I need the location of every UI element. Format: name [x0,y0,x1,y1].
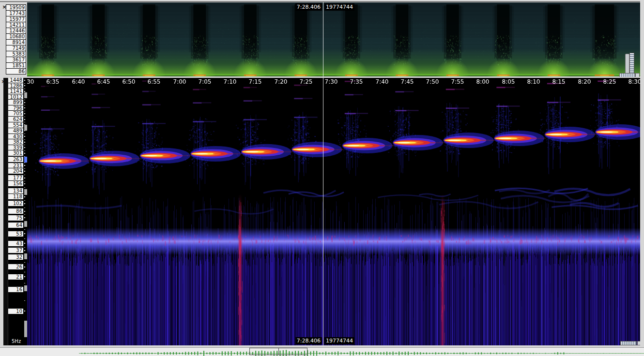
time-label: 8:00 [476,78,490,85]
freq-tick-minor [24,229,25,230]
freq-tick-minor [24,238,25,239]
frequency-scale-top[interactable]: 1950917743159771421112446106808914714953… [0,2,27,77]
zoom-reset-button[interactable] [635,73,640,77]
freq-tick [24,153,25,154]
freq-tick [24,147,25,148]
time-label: 7:45 [401,78,414,85]
freq-label: 102 [8,200,24,207]
freq-tick [24,102,25,103]
freq-label: 118 [8,193,24,200]
freq-tick [24,217,25,218]
freq-tick [24,196,25,197]
freq-tick [24,203,25,204]
time-label: 7:00 [173,78,186,85]
freq-tick [24,233,25,234]
freq-label: 53 [8,231,24,237]
freq-tick [24,113,25,114]
time-label: 6:45 [97,78,110,85]
octave-marker [24,321,27,337]
freq-tick [24,107,25,108]
time-label: 7:35 [350,78,363,85]
time-label: 7:20 [275,78,288,85]
time-label: 7:05 [199,78,212,85]
octave-marker [24,189,27,195]
freq-tick-minor [24,163,25,163]
close-pane-icon[interactable]: × [1,79,6,84]
time-label: 8:10 [527,78,540,85]
spectrogram-canvas-top[interactable] [27,2,640,76]
freq-label: 156 [8,180,24,187]
freq-tick-minor [24,300,25,301]
freq-label: 10 [8,308,24,314]
freq-tick-minor [24,168,25,169]
freq-label: 21 [8,274,24,280]
vertical-range-slider[interactable] [625,54,629,75]
close-pane-icon[interactable]: × [2,5,7,10]
time-label: 8:30 [629,78,640,85]
time-label: 7:25 [300,78,313,85]
cursor-time-readout: 7:28.406 [295,3,322,11]
freq-tick [24,136,25,137]
freq-tick-minor [24,89,25,89]
overview-panner[interactable] [0,347,644,356]
freq-tick-minor [24,262,25,263]
horizontal-zoom-wheel[interactable] [620,341,637,345]
freq-label: 64 [8,222,24,228]
panner-playback-position [278,348,279,355]
time-label: 7:55 [451,78,464,85]
freq-tick-minor [24,100,25,100]
freq-tick-minor [24,139,25,140]
time-label: 7:30 [325,78,338,85]
freq-tick-minor [24,283,25,283]
freq-label: 263 [8,156,24,163]
freq-label: 26 [8,264,24,270]
freq-tick-minor [24,117,25,117]
freq-label: 204 [8,168,24,174]
freq-tick [24,91,25,92]
freq-tick [24,243,25,244]
freq-tick-minor [24,187,25,188]
vertical-zoom-wheel[interactable] [629,53,634,75]
cursor-frame-readout: 19774744 [324,337,354,344]
freq-label: 301 [8,150,24,156]
freq-tick [24,276,25,277]
octave-marker [24,125,27,131]
time-label: 8:20 [578,78,591,85]
horizontal-zoom-wheel[interactable] [619,73,635,77]
octave-marker [24,221,27,227]
freq-tick [24,311,25,312]
freq-label: 37 [8,247,24,253]
time-label: 7:40 [376,78,389,85]
playback-cursor-bottom [323,78,323,345]
freq-tick-minor [24,105,25,105]
octave-marker [24,285,27,291]
freq-label: 32 [8,254,24,260]
freq-tick-minor [24,208,25,208]
cursor-time-readout: 7:28.406 [295,337,322,344]
time-label: 6:35 [46,78,60,85]
freq-tick [24,267,25,267]
freq-tick-minor [24,83,25,84]
octave-marker [24,253,27,259]
waveform-overview-canvas[interactable] [0,348,644,356]
time-label: 7:10 [224,78,237,85]
freq-tick-minor [24,134,25,134]
pane-left-margin [0,78,3,345]
spectrogram-canvas-bottom[interactable] [27,78,640,345]
pane-spectrogram-detail[interactable]: 6:306:356:406:456:506:557:007:057:107:15… [0,78,640,345]
octave-marker [24,157,27,163]
freq-tick-minor [24,111,25,111]
cursor-frame-readout: 19774744 [324,3,354,11]
freq-tick [24,211,25,212]
freq-tick [24,183,25,184]
zoom-reset-button[interactable] [637,341,640,345]
freq-label: 86 [8,208,24,214]
pane-spectrogram-overview[interactable]: 1950917743159771421112446106808914714953… [0,1,640,77]
freq-label: 75 [8,215,24,221]
scale-gutter [3,78,8,345]
time-label: 6:40 [72,78,85,85]
playback-cursor-top [323,2,323,76]
app-window: 1950917743159771421112446106808914714953… [0,0,644,356]
time-label: 8:15 [552,78,566,85]
octave-marker [24,92,27,98]
